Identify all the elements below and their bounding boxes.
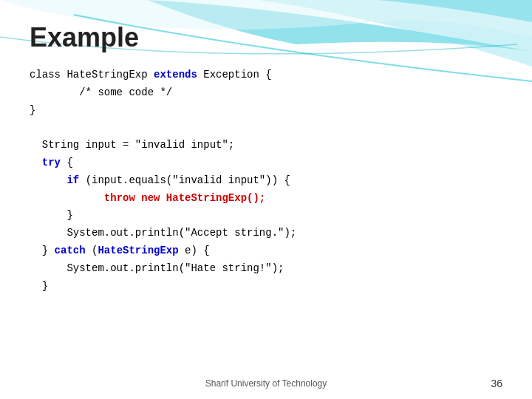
code-block: class HateStringExp extends Exception { … (30, 66, 502, 295)
code-line-9: } (30, 207, 502, 225)
code-line-5: String input = "invalid input"; (30, 137, 502, 154)
slide-title: Example (30, 22, 502, 53)
code-line-2: /* some code */ (30, 84, 502, 102)
slide-content: Example class HateStringExp extends Exce… (0, 0, 532, 310)
code-line-11: } catch (HateStringExp e) { (30, 242, 502, 260)
code-line-3: } (30, 102, 502, 120)
page-number: 36 (491, 378, 502, 389)
code-line-6: try { (30, 154, 502, 172)
code-line-8: throw new HateStringExp(); (30, 190, 502, 208)
code-line-10: System.out.println("Accept string."); (30, 225, 502, 242)
university-label: Sharif University of Technology (205, 378, 327, 389)
code-line-blank (30, 119, 502, 137)
code-line-12: System.out.println("Hate string!"); (30, 260, 502, 278)
code-line-13: } (30, 278, 502, 296)
code-line-7: if (input.equals("invalid input")) { (30, 172, 502, 190)
slide-footer: Sharif University of Technology 36 (0, 378, 532, 389)
code-line-1: class HateStringExp extends Exception { (30, 66, 502, 84)
